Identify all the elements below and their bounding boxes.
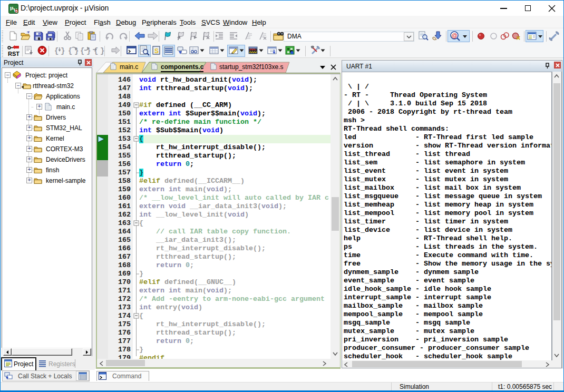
svg-text:{: { bbox=[80, 47, 84, 55]
svg-text:{: { bbox=[54, 47, 59, 55]
svg-text:}: } bbox=[61, 47, 65, 55]
svg-text:{: { bbox=[94, 47, 98, 55]
svg-text:@: @ bbox=[452, 32, 458, 38]
svg-text:RST: RST bbox=[8, 51, 20, 57]
svg-text:S: S bbox=[154, 47, 159, 55]
svg-text:{: { bbox=[68, 47, 72, 55]
svg-text:5: 5 bbox=[16, 9, 18, 13]
